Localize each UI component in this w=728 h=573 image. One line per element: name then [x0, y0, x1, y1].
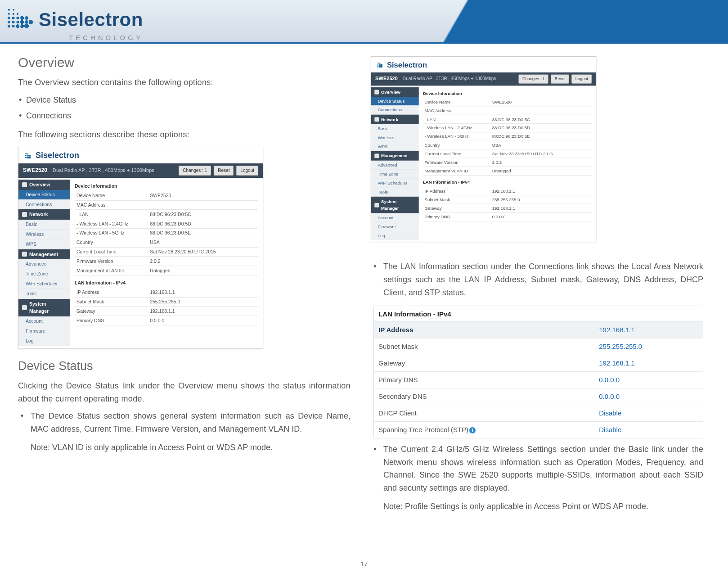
shot-laninfo-table: IP Address192.168.1.1 Subnet Mask255.255…	[75, 288, 258, 325]
device-status-intro: Clicking the Device Status link under th…	[18, 379, 351, 406]
lan-info-bullet: The LAN Information section under the Co…	[371, 260, 703, 299]
shot2-sidebar: Overview Device Status Connections Netwo…	[371, 86, 419, 242]
nav2-basic[interactable]: Basic	[371, 124, 419, 133]
overview-icon	[22, 182, 27, 187]
lan-row-dhcp: DHCP Client	[374, 405, 594, 421]
overview-icon	[374, 90, 379, 94]
nav-device-status[interactable]: Device Status	[18, 190, 70, 200]
overview-intro2: The following sections describe these op…	[18, 128, 351, 141]
shot2-laninfo-table: IP Address192.168.1.1 Subnet Mask255.255…	[423, 187, 592, 221]
lan-row-subnet: Subnet Mask	[374, 338, 594, 355]
shot2-model: SWE2520	[375, 75, 398, 83]
nav-tools[interactable]: Tools	[18, 289, 70, 299]
nav2-time-zone[interactable]: Time Zone	[371, 170, 419, 179]
shot2-logout-button[interactable]: Logout	[572, 74, 592, 83]
nav2-tools[interactable]: Tools	[371, 188, 419, 197]
nav-account[interactable]: Account	[18, 316, 70, 326]
page-header: Siselectron TECHNOLOGY • • • • •	[0, 0, 728, 44]
shot-devinfo-table: Device NameSWE2520 MAC Address - LAN88:D…	[75, 191, 258, 275]
page-number: 17	[0, 559, 728, 569]
heading-overview: Overview	[18, 52, 351, 73]
shot-sec-devinfo: Device Information	[75, 182, 258, 190]
shot-reset-button[interactable]: Reset	[214, 166, 234, 176]
left-column: Overview The Overview section contains t…	[18, 52, 351, 513]
brand-dots2: • • • • •	[39, 43, 143, 44]
lan-info-screenshot: Siselectron SWE2520 Dual Radio AP , 3T3R…	[371, 56, 596, 242]
network-icon	[22, 212, 27, 217]
lan-val-sdns: 0.0.0.0	[594, 388, 703, 405]
overview-intro: The Overview section contains the follow…	[18, 76, 351, 89]
nav-basic[interactable]: Basic	[18, 220, 70, 230]
nav-log[interactable]: Log	[18, 336, 70, 346]
nav-management[interactable]: Management	[18, 249, 70, 260]
nav-wifi-scheduler[interactable]: WiFi Scheduler	[18, 279, 70, 289]
shot-sec-laninfo: LAN Information - IPv4	[75, 279, 258, 287]
nav-time-zone[interactable]: Time Zone	[18, 269, 70, 279]
nav2-connections[interactable]: Connections	[371, 106, 419, 115]
nav-network[interactable]: Network	[18, 209, 70, 220]
lan-th-ip: IP Address	[374, 321, 594, 338]
nav2-wps[interactable]: WPS	[371, 142, 419, 151]
shot2-reset-button[interactable]: Reset	[551, 74, 569, 83]
lan-val-pdns: 0.0.0.0	[594, 371, 703, 388]
nav2-log[interactable]: Log	[371, 231, 419, 240]
nav-advanced[interactable]: Advanced	[18, 259, 70, 269]
shot2-desc: Dual Radio AP , 3T3R , 450Mbps + 1300Mbp…	[403, 75, 516, 82]
nav-firmware[interactable]: Firmware	[18, 326, 70, 336]
shot-brand: Siselectron	[36, 149, 79, 162]
lan-row-sdns: Secondary DNS	[374, 388, 594, 405]
nav-system-manager[interactable]: System Manager	[18, 299, 70, 317]
shot-sidebar: Overview Device Status Connections Netwo…	[18, 178, 70, 348]
shot2-brand: Siselectron	[387, 59, 427, 71]
wireless-settings-note: Note: Profile Settings is only applicabl…	[371, 500, 703, 513]
nav2-account[interactable]: Account	[371, 213, 419, 222]
brand-dots-icon	[4, 5, 36, 34]
wireless-settings-bullet: The Current 2.4 GHz/5 GHz Wireless Setti…	[371, 443, 703, 495]
lan-row-pdns: Primary DNS	[374, 371, 594, 388]
nav-overview[interactable]: Overview	[18, 180, 70, 190]
nav2-advanced[interactable]: Advanced	[371, 161, 419, 170]
heading-device-status: Device Status	[18, 356, 351, 376]
lan-val-gateway: 192.168.1.1	[594, 355, 703, 371]
nav2-firmware[interactable]: Firmware	[371, 222, 419, 231]
device-status-note: Note: VLAN ID is only applicable in Acce…	[18, 441, 351, 454]
brand-name: Siselectron	[39, 5, 143, 35]
nav2-overview[interactable]: Overview	[371, 87, 419, 97]
network-icon	[374, 117, 379, 122]
lan-val-stp: Disable	[594, 421, 703, 438]
brand-logo: Siselectron TECHNOLOGY • • • • •	[4, 5, 143, 44]
nav2-system-manager[interactable]: System Manager	[371, 197, 419, 213]
shot-changes-button[interactable]: Changes : 1	[179, 166, 211, 176]
shot2-changes-button[interactable]: Changes : 1	[519, 74, 548, 83]
shot2-sec-laninfo: LAN Information - IPv4	[423, 179, 592, 185]
lan-row-stp: Spanning Tree Protocol (STP)i	[374, 421, 594, 438]
management-icon	[22, 252, 27, 257]
right-column: Siselectron SWE2520 Dual Radio AP , 3T3R…	[371, 52, 703, 513]
nav2-network[interactable]: Network	[371, 115, 419, 124]
shot-brand-icon	[23, 151, 33, 161]
lan-val-subnet: 255.255.255.0	[594, 338, 703, 355]
system-manager-icon	[374, 203, 379, 207]
nav2-device-status[interactable]: Device Status	[371, 97, 419, 106]
shot2-sec-devinfo: Device Information	[423, 90, 592, 96]
lan-table-title: LAN Information - IPv4	[374, 306, 703, 321]
device-status-screenshot: Siselectron SWE2520 Dual Radio AP , 3T3R…	[18, 146, 263, 348]
system-manager-icon	[22, 305, 27, 310]
nav2-management[interactable]: Management	[371, 151, 419, 161]
info-icon[interactable]: i	[469, 427, 476, 433]
shot2-brand-icon	[375, 61, 384, 70]
device-status-bullet-1: The Device Status section shows general …	[18, 410, 351, 436]
nav-connections[interactable]: Connections	[18, 200, 70, 210]
lan-row-gateway: Gateway	[374, 355, 594, 371]
nav-wireless[interactable]: Wireless	[18, 230, 70, 239]
nav-wps[interactable]: WPS	[18, 239, 70, 249]
overview-opt-1: Device Status	[18, 94, 351, 107]
shot-logout-button[interactable]: Logout	[236, 166, 258, 176]
nav2-wifi-scheduler[interactable]: WiFi Scheduler	[371, 179, 419, 188]
shot-model: SWE2520	[23, 166, 47, 175]
nav2-wireless[interactable]: Wireless	[371, 133, 419, 142]
lan-val-dhcp: Disable	[594, 405, 703, 421]
shot2-devinfo-table: Device NameSWE2520 MAC Address - LAN88:D…	[423, 98, 592, 176]
management-icon	[374, 153, 379, 158]
lan-information-table: LAN Information - IPv4 IP Address 192.16…	[373, 306, 703, 438]
